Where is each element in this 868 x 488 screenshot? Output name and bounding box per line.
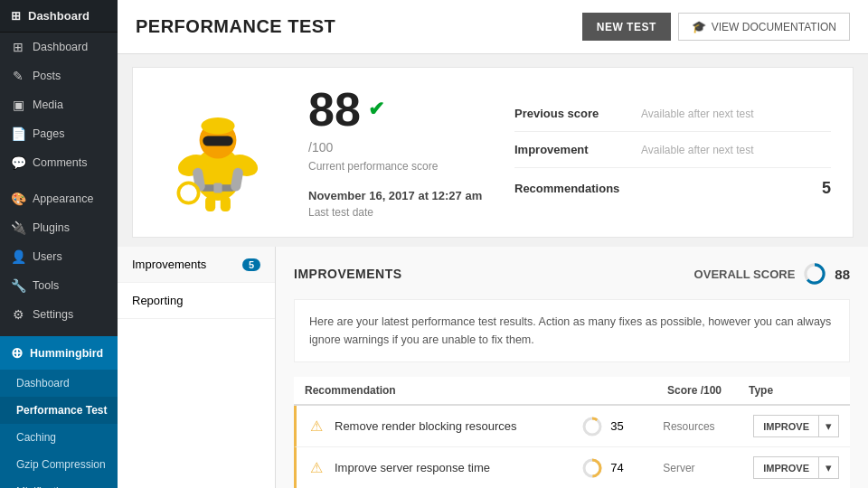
score-label: Current performance score	[308, 160, 482, 173]
svg-rect-6	[203, 136, 232, 145]
sidebar-item-hb-minification[interactable]: Minification	[0, 478, 118, 488]
score-stats: Previous score Available after next test…	[514, 96, 831, 209]
sidebar-item-appearance[interactable]: 🎨 Appearance	[0, 184, 118, 213]
warning-icon-2: ⚠	[307, 459, 326, 476]
sidebar-item-posts[interactable]: ✎ Posts	[0, 61, 118, 90]
sidebar-item-pages[interactable]: 📄 Pages	[0, 119, 118, 148]
graduation-icon: 🎓	[692, 20, 706, 33]
score-display: 88 ✔	[308, 86, 482, 133]
sidebar-item-plugins[interactable]: 🔌 Plugins	[0, 213, 118, 242]
row-type-1: Resources	[663, 420, 753, 433]
stat-value-previous: Available after next test	[641, 108, 754, 120]
improve-dropdown-2[interactable]: ▾	[819, 456, 839, 479]
table-header: Recommendation Score /100 Type	[294, 377, 850, 406]
row-action-2: IMPROVE ▾	[753, 456, 839, 479]
row-type-2: Server	[663, 462, 753, 474]
improve-button-1[interactable]: IMPROVE	[753, 415, 819, 437]
hb-gzip-label: Gzip Compression	[16, 458, 106, 471]
posts-icon: ✎	[11, 69, 25, 83]
sidebar-item-settings[interactable]: ⚙ Settings	[0, 300, 118, 329]
appearance-icon: 🎨	[11, 192, 25, 206]
stat-label-previous: Previous score	[514, 107, 641, 120]
warning-icon-1: ⚠	[307, 418, 326, 435]
hummingbird-submenu: Dashboard Performance Test Caching Gzip …	[0, 370, 118, 488]
overall-score-value: 88	[835, 267, 850, 282]
score-card: 88 ✔ /100 Current performance score Nove…	[132, 67, 854, 238]
sidebar-item-label: Posts	[33, 70, 61, 82]
sidebar-item-hb-caching[interactable]: Caching	[0, 424, 118, 451]
score-donut-1	[581, 416, 603, 437]
tools-icon: 🔧	[11, 278, 25, 293]
sidebar-item-hb-gzip[interactable]: Gzip Compression	[0, 451, 118, 478]
plugins-icon: 🔌	[11, 221, 25, 235]
stat-recommendations: Recommendations 5	[514, 168, 831, 209]
sidebar-item-label: Comments	[33, 156, 87, 169]
hummingbird-header[interactable]: ⊕ Hummingbird	[0, 336, 118, 370]
sidebar-item-label: Plugins	[33, 221, 70, 234]
dashboard-icon: ⊞	[11, 9, 21, 23]
users-icon: 👤	[11, 249, 25, 264]
overall-score-label: OVERALL SCORE	[694, 267, 796, 281]
stat-improvement: Improvement Available after next test	[514, 132, 831, 168]
new-test-button[interactable]: NEW TEST	[582, 13, 671, 41]
settings-icon: ⚙	[11, 307, 25, 322]
hero-illustration	[159, 94, 277, 211]
stat-value-recommendations: 5	[822, 179, 831, 198]
row-label-2: Improve server response time	[335, 461, 581, 474]
score-value-1: 35	[610, 419, 623, 433]
hummingbird-icon: ⊕	[11, 344, 23, 361]
right-panel: IMPROVEMENTS OVERALL SCORE 88 Here are y…	[276, 247, 868, 488]
media-icon: ▣	[11, 98, 25, 112]
score-value-2: 74	[610, 461, 623, 474]
topbar: PERFORMANCE TEST NEW TEST 🎓 VIEW DOCUMEN…	[118, 0, 868, 54]
sidebar-item-hb-performance[interactable]: Performance Test	[0, 397, 118, 424]
improvements-badge: 5	[242, 258, 260, 271]
th-recommendation: Recommendation	[305, 384, 667, 397]
improve-dropdown-1[interactable]: ▾	[819, 415, 839, 437]
sidebar-item-tools[interactable]: 🔧 Tools	[0, 271, 118, 300]
view-docs-button[interactable]: 🎓 VIEW DOCUMENTATION	[678, 13, 850, 41]
hb-dashboard-label: Dashboard	[16, 377, 70, 389]
sidebar-item-label: Tools	[33, 279, 59, 292]
improve-button-2[interactable]: IMPROVE	[753, 456, 819, 479]
view-docs-label: VIEW DOCUMENTATION	[712, 21, 836, 33]
sidebar-item-hb-dashboard[interactable]: Dashboard	[0, 370, 118, 397]
sidebar: ⊞ Dashboard ⊞ Dashboard ✎ Posts ▣ Media …	[0, 0, 118, 488]
main-content: PERFORMANCE TEST NEW TEST 🎓 VIEW DOCUMEN…	[118, 0, 868, 488]
score-date-label: Last test date	[308, 206, 482, 219]
panel-header: IMPROVEMENTS OVERALL SCORE 88	[294, 261, 850, 286]
overall-score-donut	[802, 261, 827, 286]
content-area: Improvements 5 Reporting IMPROVEMENTS OV…	[118, 247, 868, 488]
sidebar-item-dashboard[interactable]: ⊞ Dashboard	[0, 33, 118, 61]
topbar-buttons: NEW TEST 🎓 VIEW DOCUMENTATION	[582, 13, 850, 41]
recommendations-table: Recommendation Score /100 Type ⚠ Remove …	[294, 377, 850, 488]
stat-previous-score: Previous score Available after next test	[514, 96, 831, 132]
row-score-1: 35	[581, 416, 663, 437]
nav-reporting[interactable]: Reporting	[118, 283, 275, 319]
row-score-2: 74	[581, 457, 663, 479]
hb-caching-label: Caching	[16, 431, 56, 444]
sidebar-item-users[interactable]: 👤 Users	[0, 242, 118, 271]
svg-rect-4	[213, 183, 222, 192]
svg-point-7	[201, 117, 234, 135]
table-row: ⚠ Improve server response time 74 Server…	[294, 447, 850, 488]
sidebar-logo[interactable]: ⊞ Dashboard	[0, 0, 118, 33]
improvements-label: Improvements	[132, 258, 206, 271]
sidebar-item-label: Media	[33, 99, 63, 111]
row-label-1: Remove render blocking resources	[335, 419, 581, 433]
score-out-of: /100	[308, 140, 482, 155]
sidebar-item-comments[interactable]: 💬 Comments	[0, 148, 118, 177]
comments-icon: 💬	[11, 155, 25, 170]
score-check-icon: ✔	[368, 99, 384, 119]
sidebar-item-media[interactable]: ▣ Media	[0, 90, 118, 119]
nav-improvements[interactable]: Improvements 5	[118, 247, 275, 283]
panel-title: IMPROVEMENTS	[294, 267, 402, 281]
page-title: PERFORMANCE TEST	[136, 16, 335, 37]
svg-rect-11	[205, 196, 215, 211]
stat-label-improvement: Improvement	[514, 143, 641, 156]
stat-label-recommendations: Recommendations	[514, 182, 641, 195]
score-donut-2	[581, 457, 603, 479]
panel-description: Here are your latest performance test re…	[294, 299, 850, 362]
sidebar-item-label: Pages	[33, 127, 64, 140]
overall-score-display: OVERALL SCORE 88	[694, 261, 850, 286]
